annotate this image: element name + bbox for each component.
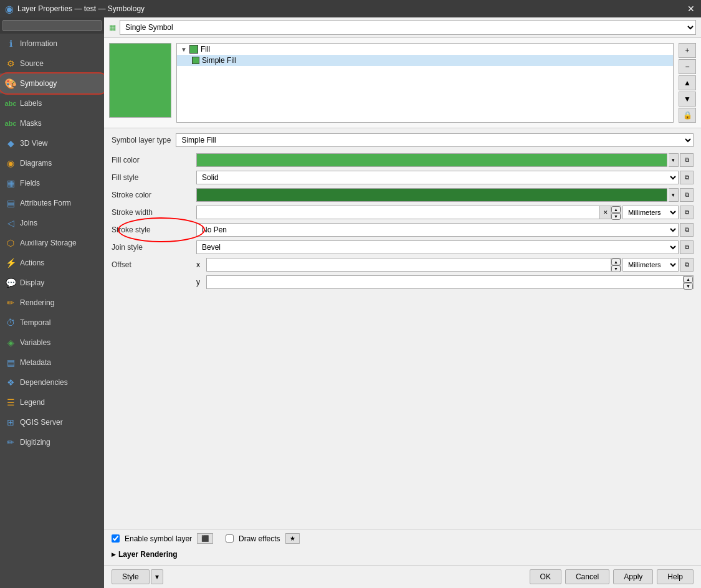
style-button[interactable]: Style xyxy=(112,569,150,584)
draw-effects-checkbox[interactable] xyxy=(226,534,234,543)
sidebar-item-label: Dependencies xyxy=(20,378,68,387)
add-layer-button[interactable]: + xyxy=(679,43,696,58)
fill-color-swatch xyxy=(189,45,198,54)
search-input[interactable] xyxy=(2,20,102,31)
sidebar-item-metadata[interactable]: ▤ Metadata xyxy=(0,353,104,372)
offset-x-label: x xyxy=(196,260,205,269)
ok-button[interactable]: OK xyxy=(530,569,561,584)
lock-button[interactable]: 🔒 xyxy=(679,108,696,123)
offset-y-up[interactable]: ▲ xyxy=(684,276,693,283)
stroke-color-copy[interactable]: ⧉ xyxy=(680,188,694,202)
sidebar-item-label: 3D View xyxy=(20,139,47,148)
single-symbol-icon: ▦ xyxy=(109,23,116,32)
sidebar-item-qgis-server[interactable]: ⊞ QGIS Server xyxy=(0,412,104,432)
content-area: ▦ Single Symbol ▼ Fill Simple Fill + xyxy=(104,17,701,588)
stroke-width-input-group: 0,260000 ✕ ▲ ▼ xyxy=(196,206,621,219)
sidebar-item-label: Labels xyxy=(20,99,42,108)
fields-icon: ▦ xyxy=(5,178,16,189)
offset-x-up[interactable]: ▲ xyxy=(611,258,621,265)
stroke-color-button[interactable] xyxy=(196,188,667,202)
cancel-button[interactable]: Cancel xyxy=(565,569,609,584)
layer-type-row: Symbol layer type Simple Fill xyxy=(112,133,694,147)
renderer-select[interactable]: Single Symbol xyxy=(120,20,696,35)
bottom-bar: Enable symbol layer ⬛ Draw effects ★ ▶ L… xyxy=(104,529,701,565)
sidebar-item-attributes-form[interactable]: ▤ Attributes Form xyxy=(0,193,104,213)
sidebar-item-temporal[interactable]: ⏱ Temporal xyxy=(0,313,104,333)
move-up-button[interactable]: ▲ xyxy=(679,75,696,90)
move-down-button[interactable]: ▼ xyxy=(679,92,696,107)
symbol-preview xyxy=(109,43,171,118)
dependencies-icon: ❖ xyxy=(5,377,16,388)
close-button[interactable]: ✕ xyxy=(686,4,696,14)
join-style-select[interactable]: Bevel xyxy=(196,240,679,254)
fill-color-dropdown[interactable]: ▾ xyxy=(669,153,679,167)
sidebar-item-joins[interactable]: ◁ Joins xyxy=(0,213,104,233)
sidebar-item-label: Masks xyxy=(20,119,42,128)
sidebar-item-label: Information xyxy=(20,39,57,48)
stroke-width-input[interactable]: 0,260000 xyxy=(196,206,600,219)
sidebar-item-actions[interactable]: ⚡ Actions xyxy=(0,253,104,273)
sidebar-item-label: Auxiliary Storage xyxy=(20,239,77,247)
sidebar-item-display[interactable]: 💬 Display xyxy=(0,273,104,293)
fill-color-copy[interactable]: ⧉ xyxy=(680,153,694,167)
stroke-style-select[interactable]: No Pen xyxy=(196,223,679,237)
layer-type-select[interactable]: Simple Fill xyxy=(176,133,694,147)
fill-style-copy[interactable]: ⧉ xyxy=(680,171,694,184)
tree-row-simple-fill[interactable]: Simple Fill xyxy=(177,55,673,66)
sidebar-item-rendering[interactable]: ✏ Rendering xyxy=(0,293,104,313)
sidebar-item-fields[interactable]: ▦ Fields xyxy=(0,173,104,193)
sidebar-item-labels[interactable]: abc Labels xyxy=(0,93,104,113)
sidebar-item-source[interactable]: ⚙ Source xyxy=(0,54,104,74)
layer-rendering-row: ▶ Layer Rendering xyxy=(112,548,694,561)
fill-color-button[interactable] xyxy=(196,153,667,167)
sidebar-item-symbology[interactable]: 🎨 Symbology xyxy=(0,74,104,93)
stroke-width-down[interactable]: ▼ xyxy=(611,213,621,220)
fill-color-label: Fill color xyxy=(112,156,193,164)
fill-label: Fill xyxy=(201,45,210,54)
fill-style-select[interactable]: Solid xyxy=(196,171,679,184)
stroke-color-label: Stroke color xyxy=(112,191,193,199)
save-format-button[interactable]: ⬛ xyxy=(197,533,213,544)
stroke-color-control: ▾ ⧉ xyxy=(196,188,694,202)
offset-x-input[interactable]: 0,000000 xyxy=(206,258,611,272)
digitizing-icon: ✏ xyxy=(5,437,16,448)
stroke-style-copy[interactable]: ⧉ xyxy=(680,223,694,237)
stroke-width-copy[interactable]: ⧉ xyxy=(680,206,694,219)
layer-type-label: Symbol layer type xyxy=(112,136,171,145)
sidebar-item-auxiliary-storage[interactable]: ⬡ Auxiliary Storage xyxy=(0,233,104,253)
style-dropdown-arrow[interactable]: ▾ xyxy=(151,569,163,584)
sidebar-item-label: Metadata xyxy=(20,358,51,367)
sidebar-item-information[interactable]: ℹ Information xyxy=(0,34,104,54)
apply-button[interactable]: Apply xyxy=(613,569,653,584)
symbol-tree: ▼ Fill Simple Fill xyxy=(176,43,674,123)
tree-row-fill[interactable]: ▼ Fill xyxy=(177,44,673,55)
stroke-width-row: Stroke width 0,260000 ✕ ▲ ▼ Millimeters … xyxy=(112,206,694,219)
sidebar-item-label: Symbology xyxy=(20,79,57,88)
stroke-width-unit[interactable]: Millimeters xyxy=(622,206,679,219)
sidebar-item-legend[interactable]: ☰ Legend xyxy=(0,392,104,412)
sidebar-item-3dview[interactable]: ◆ 3D View xyxy=(0,133,104,153)
sidebar-item-diagrams[interactable]: ◉ Diagrams xyxy=(0,153,104,173)
join-style-copy[interactable]: ⧉ xyxy=(680,240,694,254)
window-title: Layer Properties — test — Symbology xyxy=(17,4,145,13)
offset-y-down[interactable]: ▼ xyxy=(684,283,693,290)
offset-y-row: y 0,000000 ▲ ▼ xyxy=(112,275,694,289)
offset-y-input[interactable]: 0,000000 xyxy=(206,275,684,289)
effects-button[interactable]: ★ xyxy=(285,533,300,544)
enable-symbol-checkbox[interactable] xyxy=(112,534,120,543)
sidebar-item-dependencies[interactable]: ❖ Dependencies xyxy=(0,372,104,392)
sidebar-item-digitizing[interactable]: ✏ Digitizing xyxy=(0,432,104,452)
sidebar-item-variables[interactable]: ◈ Variables xyxy=(0,333,104,353)
sidebar: ℹ Information ⚙ Source 🎨 Symbology abc L… xyxy=(0,17,104,588)
offset-x-down[interactable]: ▼ xyxy=(611,265,621,272)
remove-layer-button[interactable]: − xyxy=(679,59,696,74)
help-button[interactable]: Help xyxy=(657,569,694,584)
stroke-width-up[interactable]: ▲ xyxy=(611,206,621,213)
offset-unit[interactable]: Millimeters xyxy=(622,258,679,272)
stroke-color-dropdown[interactable]: ▾ xyxy=(669,188,679,202)
offset-copy[interactable]: ⧉ xyxy=(680,258,694,272)
sidebar-item-masks[interactable]: abc Masks xyxy=(0,113,104,133)
fill-color-row: Fill color ▾ ⧉ xyxy=(112,153,694,167)
stroke-width-clear[interactable]: ✕ xyxy=(600,206,611,219)
fill-style-row: Fill style Solid ⧉ xyxy=(112,171,694,184)
